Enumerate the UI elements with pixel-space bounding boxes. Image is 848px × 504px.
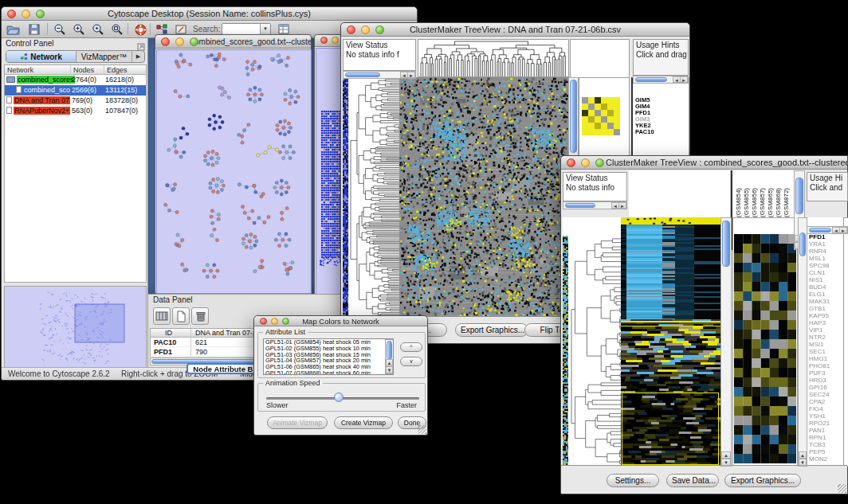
main-titlebar[interactable]: Cytoscape Desktop (Session Name: collins… xyxy=(2,7,417,21)
gene-label[interactable]: CPA2 xyxy=(809,398,830,405)
column-header[interactable]: Edges xyxy=(104,65,128,75)
gene-label[interactable]: HRD3 xyxy=(809,377,830,384)
tab-vizmapper[interactable]: VizMapper™ xyxy=(77,51,132,62)
gene-label[interactable]: YSH1 xyxy=(809,412,830,420)
gene-label[interactable]: TCB3 xyxy=(809,441,830,448)
gene-label[interactable]: SPC98 xyxy=(809,262,830,269)
minimize-button[interactable] xyxy=(271,318,278,325)
button-export-graphics[interactable]: Export Graphics... xyxy=(455,323,528,337)
treeview-dna-titlebar[interactable]: ClusterMaker TreeView : DNA and Tran 07-… xyxy=(341,23,689,37)
scrollbar-thumb[interactable] xyxy=(635,77,667,82)
scroll-down-arrow[interactable]: ▼ xyxy=(799,459,807,466)
gene-label[interactable]: RPN1 xyxy=(809,434,830,441)
column-header[interactable]: ID xyxy=(165,329,172,338)
help-button[interactable] xyxy=(133,22,148,37)
gene-label[interactable]: RPO21 xyxy=(809,420,830,427)
usage-hints-scrollbar[interactable]: ◄► xyxy=(807,226,848,234)
view-status-scrollbar[interactable]: ◄► xyxy=(563,201,627,209)
gene-label[interactable]: YRA1 xyxy=(809,240,830,248)
minimize-button[interactable] xyxy=(175,37,184,46)
gene-label[interactable]: SEC24 xyxy=(809,391,830,398)
attribute-item[interactable]: GPL51-07 (GSM868) heat shock 60 min xyxy=(264,370,393,375)
scrollbar-thumb[interactable] xyxy=(345,72,380,77)
scroll-right-arrow[interactable]: ► xyxy=(407,72,415,78)
zoom-button[interactable] xyxy=(282,318,289,325)
scroll-down-arrow[interactable]: ▼ xyxy=(386,366,393,373)
gene-label[interactable]: SEC1 xyxy=(809,348,830,355)
gene-label[interactable]: MSI1 xyxy=(809,341,830,348)
gene-label[interactable]: HMG1 xyxy=(809,355,830,362)
row-dendrogram-canvas[interactable] xyxy=(570,236,621,467)
close-button[interactable] xyxy=(567,158,575,167)
heatmap-canvas[interactable] xyxy=(399,77,568,318)
zoom-in-button[interactable] xyxy=(71,22,86,37)
button-settings[interactable]: Settings... xyxy=(607,474,659,487)
detail-vscrollbar[interactable]: ▲▼ xyxy=(798,217,807,467)
tab-network[interactable]: Network xyxy=(6,51,77,62)
resize-grip[interactable] xyxy=(838,484,846,493)
close-button[interactable] xyxy=(260,318,267,325)
view-status-scrollbar[interactable]: ◄► xyxy=(343,71,416,79)
zoom-button[interactable] xyxy=(595,158,604,167)
network-tree-row[interactable]: RNAPuberNov2+563(0)107847(0) xyxy=(5,106,146,116)
button-create-vizmap[interactable]: Create Vizmap xyxy=(334,416,393,429)
move-down-button[interactable]: v xyxy=(400,357,422,366)
gene-label[interactable]: PAC10 xyxy=(635,129,654,135)
scrollbar-thumb[interactable] xyxy=(799,232,806,256)
close-button[interactable] xyxy=(347,25,355,34)
usage-hints-scrollbar[interactable]: ◄► xyxy=(633,76,689,84)
row-dendrogram-canvas[interactable] xyxy=(349,77,399,318)
gene-label[interactable]: FIG4 xyxy=(809,405,830,412)
zoom-button[interactable] xyxy=(375,25,384,34)
resize-grip[interactable] xyxy=(418,425,426,434)
gene-label[interactable]: PHO81 xyxy=(809,362,830,369)
scroll-up-arrow[interactable]: ▲ xyxy=(799,451,807,459)
attribute-select-button[interactable] xyxy=(153,307,171,325)
attribute-listbox[interactable]: GPL51-01 (GSM854) heat shock 05 minGPL51… xyxy=(263,338,394,375)
detail-heatmap-canvas[interactable] xyxy=(734,234,796,463)
gene-label[interactable]: NTR2 xyxy=(809,334,830,341)
column-header[interactable]: Nodes xyxy=(70,65,94,75)
gene-label[interactable]: PEP5 xyxy=(809,448,830,455)
gene-label[interactable]: PFD1 xyxy=(809,233,830,240)
open-session-button[interactable] xyxy=(6,22,21,37)
close-button[interactable] xyxy=(161,37,170,46)
zoom-selected-button[interactable] xyxy=(90,22,105,37)
gene-label[interactable]: MAK31 xyxy=(809,298,830,305)
gene-label[interactable]: ELG1 xyxy=(809,291,830,298)
gene-label[interactable]: MON2 xyxy=(809,455,830,463)
minimize-button[interactable] xyxy=(332,37,339,44)
search-combobox[interactable]: ▼ xyxy=(222,23,271,35)
gene-label[interactable]: VIP1 xyxy=(809,326,830,334)
gene-label[interactable]: KAP95 xyxy=(809,312,830,319)
summary-heatmap-canvas[interactable] xyxy=(582,97,620,135)
scroll-right-arrow[interactable]: ► xyxy=(839,227,847,233)
network-view-titlebar[interactable]: combined_scores_good.txt--cluste... xyxy=(155,35,311,49)
zoom-out-button[interactable] xyxy=(52,22,67,37)
zoom-button[interactable] xyxy=(190,37,198,46)
gene-label[interactable]: NIS1 xyxy=(809,276,830,283)
scroll-up-arrow[interactable]: ▲ xyxy=(386,359,393,366)
birdseye-view[interactable] xyxy=(4,286,147,368)
gene-label[interactable]: CLN1 xyxy=(809,269,830,276)
scrollbar-thumb[interactable] xyxy=(795,178,803,214)
network-tree-row[interactable]: combined_scores2764(0)16218(0) xyxy=(5,75,146,85)
global-strip-canvas[interactable] xyxy=(343,77,348,318)
close-button[interactable] xyxy=(320,37,328,44)
column-dendrogram-canvas[interactable] xyxy=(418,40,568,76)
scrollbar-thumb[interactable] xyxy=(387,341,392,360)
heatmap-vscrollbar[interactable]: ▲▼ xyxy=(720,217,732,467)
button-export-graphics[interactable]: Export Graphics... xyxy=(724,474,801,487)
scroll-up-arrow[interactable]: ▲ xyxy=(721,451,731,459)
network-tree-row[interactable]: combined_sco2569(6)13112(15) xyxy=(5,85,146,96)
scrollbar-thumb[interactable] xyxy=(570,80,577,153)
birdseye-canvas[interactable] xyxy=(5,287,146,367)
close-button[interactable] xyxy=(7,10,16,18)
button-save-data[interactable]: Save Data... xyxy=(666,474,719,487)
attribute-list-scrollbar[interactable]: ▲▼ xyxy=(385,339,394,374)
gene-label[interactable]: GTB1 xyxy=(809,305,830,312)
zoom-button[interactable] xyxy=(36,10,45,18)
heatmap-canvas[interactable] xyxy=(621,217,720,467)
minimize-button[interactable] xyxy=(22,10,30,18)
dialog-titlebar[interactable]: Map Colors to Network xyxy=(254,316,427,326)
